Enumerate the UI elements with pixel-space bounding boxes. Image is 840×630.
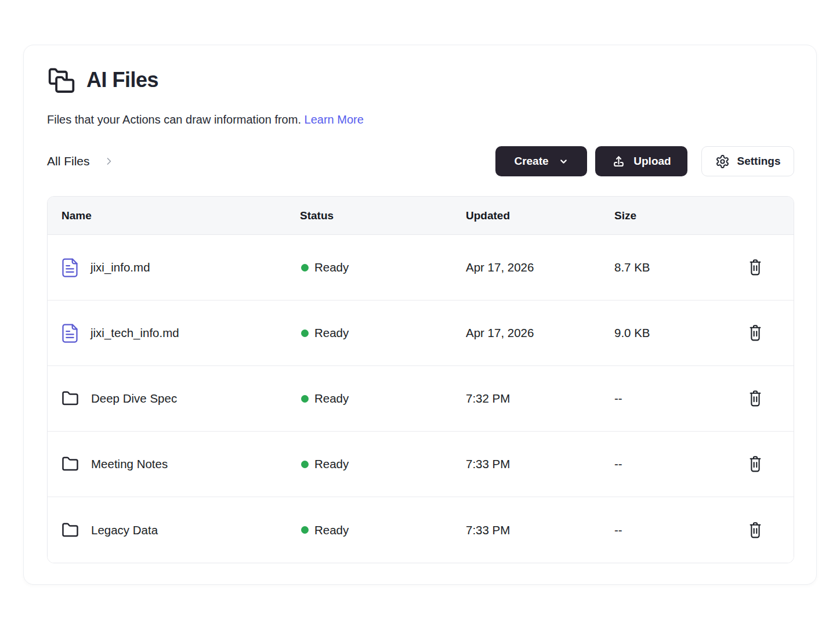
chevron-right-icon (103, 155, 115, 167)
status-label: Ready (314, 326, 349, 340)
table-row[interactable]: Deep Dive Spec Ready 7:32 PM -- (48, 366, 794, 432)
trash-icon (750, 456, 761, 472)
status-dot (301, 395, 309, 403)
delete-button[interactable] (749, 456, 762, 472)
file-name: Deep Dive Spec (91, 392, 177, 405)
folders-icon (47, 66, 75, 94)
file-name: Legacy Data (91, 523, 158, 537)
breadcrumb: All Files (47, 154, 115, 168)
delete-button[interactable] (749, 522, 762, 538)
toolbar-buttons: Create Upload Settings (495, 146, 794, 176)
column-header-size: Size (614, 209, 743, 222)
folder-icon (61, 455, 79, 473)
delete-button[interactable] (749, 259, 762, 276)
file-name: jixi_tech_info.md (90, 326, 179, 340)
table-row[interactable]: Legacy Data Ready 7:33 PM -- (48, 497, 794, 563)
status-dot (301, 264, 309, 271)
size-value: 8.7 KB (614, 260, 743, 274)
size-value: -- (614, 523, 743, 537)
upload-icon (611, 154, 626, 169)
page-title: AI Files (86, 68, 158, 92)
file-text-icon (61, 324, 78, 343)
size-value: 9.0 KB (614, 326, 743, 340)
files-table: Name Status Updated Size jixi_info.md Re… (47, 196, 794, 563)
column-header-updated: Updated (466, 209, 614, 222)
chevron-down-icon (559, 157, 569, 166)
table-row[interactable]: Meeting Notes Ready 7:33 PM -- (48, 432, 794, 497)
folder-icon (61, 522, 79, 539)
subtitle-text: Files that your Actions can draw informa… (47, 113, 301, 126)
trash-icon (750, 390, 761, 407)
trash-icon (750, 259, 761, 276)
delete-button[interactable] (749, 390, 762, 407)
column-header-status: Status (300, 209, 466, 222)
size-value: -- (614, 392, 743, 405)
file-name: jixi_info.md (90, 260, 150, 274)
upload-button[interactable]: Upload (595, 146, 687, 176)
status-label: Ready (314, 392, 349, 405)
create-button[interactable]: Create (495, 146, 587, 176)
settings-button[interactable]: Settings (701, 146, 794, 176)
status-dot (301, 461, 309, 468)
toolbar: All Files Create Upload Settings (47, 146, 794, 176)
learn-more-link[interactable]: Learn More (305, 113, 364, 126)
updated-value: Apr 17, 2026 (466, 326, 614, 340)
create-button-label: Create (514, 155, 548, 168)
table-row[interactable]: jixi_tech_info.md Ready Apr 17, 2026 9.0… (48, 300, 794, 366)
status-dot (301, 526, 309, 534)
size-value: -- (614, 457, 743, 471)
file-name: Meeting Notes (91, 457, 168, 471)
ai-files-panel: AI Files Files that your Actions can dra… (23, 45, 817, 585)
table-row[interactable]: jixi_info.md Ready Apr 17, 2026 8.7 KB (48, 235, 794, 300)
page-header: AI Files (47, 66, 794, 94)
page-subtitle: Files that your Actions can draw informa… (47, 113, 794, 126)
updated-value: 7:33 PM (466, 457, 614, 471)
gear-icon (715, 154, 730, 169)
settings-button-label: Settings (737, 155, 781, 168)
table-header: Name Status Updated Size (48, 197, 794, 235)
status-dot (301, 330, 309, 337)
status-label: Ready (314, 457, 349, 471)
status-label: Ready (314, 260, 349, 274)
column-header-name: Name (61, 209, 300, 222)
updated-value: 7:33 PM (466, 523, 614, 537)
breadcrumb-all-files[interactable]: All Files (47, 154, 90, 168)
trash-icon (750, 522, 761, 538)
updated-value: 7:32 PM (466, 392, 614, 405)
delete-button[interactable] (749, 325, 762, 341)
updated-value: Apr 17, 2026 (466, 260, 614, 274)
status-label: Ready (314, 523, 349, 537)
upload-button-label: Upload (633, 155, 671, 168)
file-text-icon (61, 258, 78, 277)
folder-icon (61, 390, 79, 407)
trash-icon (750, 325, 761, 341)
